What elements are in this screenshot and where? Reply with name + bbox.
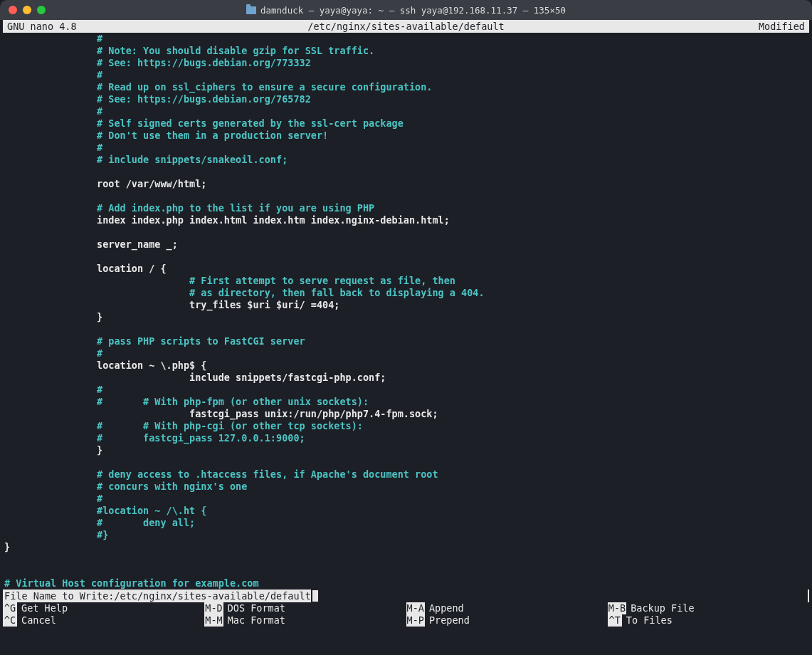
shortcut-item[interactable]: M-MMac Format [204, 614, 406, 627]
write-prompt: File Name to Write: /etc/nginx/sites-ava… [3, 590, 809, 602]
editor-line: } [4, 444, 808, 456]
editor-line: location / { [4, 263, 808, 275]
editor-line: # [4, 105, 808, 117]
editor-line: # See: https://bugs.debian.org/765782 [4, 93, 808, 105]
editor-line [4, 251, 808, 263]
prompt-value[interactable]: /etc/nginx/sites-available/default [114, 590, 310, 602]
editor-line: # Don't use them in a production server! [4, 130, 808, 142]
editor-line: # Note: You should disable gzip for SSL … [4, 45, 808, 57]
shortcut-key: ^C [3, 614, 17, 627]
shortcut-bar: ^GGet HelpM-DDOS FormatM-AAppendM-BBacku… [0, 602, 812, 631]
editor-line [4, 553, 808, 565]
editor-line: # [4, 142, 808, 154]
folder-icon [246, 6, 256, 14]
terminal-body[interactable]: GNU nano 4.8 /etc/nginx/sites-available/… [0, 20, 812, 655]
shortcut-item[interactable]: ^CCancel [3, 614, 204, 627]
nano-version: GNU nano 4.8 [7, 20, 77, 33]
editor-line: } [4, 311, 808, 323]
traffic-lights [9, 6, 46, 14]
nano-header: GNU nano 4.8 /etc/nginx/sites-available/… [3, 20, 809, 33]
editor-line: # Read up on ssl_ciphers to ensure a sec… [4, 81, 808, 93]
shortcut-label: Mac Format [228, 614, 285, 627]
window-title-text: damnduck — yaya@yaya: ~ — ssh yaya@192.1… [260, 5, 566, 16]
editor-line [4, 456, 808, 468]
editor-line: # # With php-fpm (or other unix sockets)… [4, 396, 808, 408]
editor-line: # Self signed certs generated by the ssl… [4, 117, 808, 130]
editor-line: } [4, 541, 808, 553]
shortcut-label: Backup File [631, 602, 694, 614]
shortcut-key: M-B [608, 602, 626, 614]
shortcut-key: ^G [3, 602, 17, 614]
shortcut-item[interactable]: M-AAppend [406, 602, 608, 614]
editor-line: # Add index.php to the list if you are u… [4, 202, 808, 214]
editor-line: # fastcgi_pass 127.0.0.1:9000; [4, 432, 808, 444]
editor-line [4, 226, 808, 239]
editor-line: # pass PHP scripts to FastCGI server [4, 335, 808, 347]
editor-line: # deny all; [4, 517, 808, 529]
shortcut-key: M-A [406, 602, 425, 614]
shortcut-item[interactable]: M-PPrepend [406, 614, 608, 627]
editor-line [4, 323, 808, 335]
editor-line: try_files $uri $uri/ =404; [4, 299, 808, 311]
editor-line: # [4, 493, 808, 505]
editor-line: #} [4, 529, 808, 541]
editor-line: # as directory, then fall back to displa… [4, 287, 808, 299]
editor-line [4, 565, 808, 577]
window-title: damnduck — yaya@yaya: ~ — ssh yaya@192.1… [7, 5, 805, 16]
nano-file-path: /etc/nginx/sites-available/default [307, 20, 504, 33]
titlebar: damnduck — yaya@yaya: ~ — ssh yaya@192.1… [0, 0, 812, 20]
shortcut-label: Cancel [21, 614, 56, 627]
editor-line [4, 190, 808, 202]
editor-line: # concurs with nginx's one [4, 481, 808, 493]
editor-line: # include snippets/snakeoil.conf; [4, 154, 808, 166]
shortcut-label: DOS Format [228, 602, 285, 614]
editor-line: # [4, 33, 808, 45]
shortcut-item[interactable]: ^TTo Files [608, 614, 809, 627]
minimize-icon[interactable] [23, 6, 31, 14]
shortcut-item[interactable]: ^GGet Help [3, 602, 204, 614]
editor-content[interactable]: # # Note: You should disable gzip for SS… [0, 33, 812, 590]
zoom-icon[interactable] [37, 6, 46, 14]
editor-line: index index.php index.html index.htm ind… [4, 214, 808, 226]
editor-line: # deny access to .htaccess files, if Apa… [4, 468, 808, 481]
editor-line: server_name _; [4, 239, 808, 251]
close-icon[interactable] [9, 6, 17, 14]
cursor [312, 590, 318, 602]
nano-modified-flag: Modified [759, 20, 805, 33]
shortcut-key: M-P [406, 614, 425, 627]
editor-line: #location ~ /\.ht { [4, 505, 808, 517]
shortcut-key: ^T [608, 614, 622, 627]
editor-line: include snippets/fastcgi-php.conf; [4, 372, 808, 384]
prompt-label: File Name to Write: [4, 590, 114, 602]
shortcut-item[interactable]: M-BBackup File [608, 602, 809, 614]
editor-line: fastcgi_pass unix:/run/php/php7.4-fpm.so… [4, 408, 808, 420]
editor-line: # [4, 69, 808, 81]
editor-line [4, 166, 808, 178]
editor-line: # # With php-cgi (or other tcp sockets): [4, 420, 808, 432]
shortcut-label: Prepend [429, 614, 470, 627]
editor-line: # Virtual Host configuration for example… [4, 577, 808, 590]
shortcut-label: Append [429, 602, 464, 614]
terminal-window: damnduck — yaya@yaya: ~ — ssh yaya@192.1… [0, 0, 812, 655]
prompt-rest[interactable] [311, 590, 808, 602]
shortcut-label: To Files [626, 614, 673, 627]
shortcut-item[interactable]: M-DDOS Format [204, 602, 406, 614]
shortcut-key: M-D [204, 602, 223, 614]
editor-line: # See: https://bugs.debian.org/773332 [4, 57, 808, 69]
editor-line: # [4, 347, 808, 360]
editor-line: location ~ \.php$ { [4, 360, 808, 372]
shortcut-label: Get Help [21, 602, 68, 614]
editor-line: root /var/www/html; [4, 178, 808, 190]
editor-line: # [4, 384, 808, 396]
shortcut-key: M-M [204, 614, 223, 627]
editor-line: # First attempt to serve request as file… [4, 275, 808, 287]
